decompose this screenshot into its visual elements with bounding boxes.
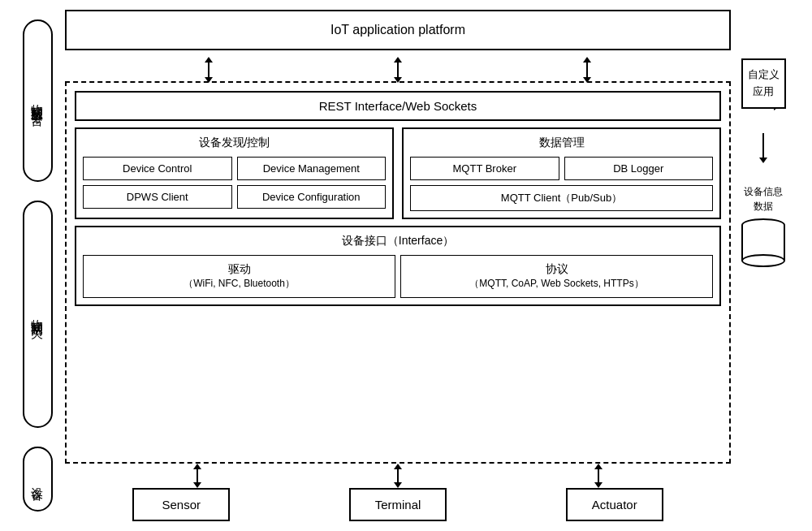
arrow-2 — [394, 57, 402, 83]
protocol-box: 协议 （MQTT, CoAP, Web Sockets, HTTPs） — [400, 255, 713, 298]
rest-interface-box: REST Interface/Web Sockets — [75, 91, 721, 121]
device-interface-box: 设备接口（Interface） 驱动 （WiFi, NFC, Bluetooth… — [75, 226, 721, 306]
arrow-line-actuator — [598, 469, 599, 482]
arrow-3 — [583, 57, 591, 83]
driver-sub-label: （WiFi, NFC, Bluetooth） — [87, 277, 391, 291]
db-logger-box: DB Logger — [564, 157, 714, 180]
right-side: 自定义 应用 设备信息 数据 — [731, 10, 796, 521]
actuator-box: Actuator — [566, 488, 663, 521]
arrow-terminal — [394, 464, 402, 488]
bottom-arrows-row — [65, 464, 731, 488]
mqtt-broker-box: MQTT Broker — [410, 157, 559, 180]
protocol-label: 协议 — [404, 262, 709, 277]
arrow-line-sensor — [197, 469, 198, 482]
db-cylinder — [741, 218, 785, 267]
driver-label: 驱动 — [87, 262, 391, 277]
arrowhead-up-1 — [205, 57, 213, 63]
platform-to-gateway-arrows — [65, 58, 731, 81]
device-label: 设备 — [23, 447, 53, 512]
driver-box: 驱动 （WiFi, NFC, Bluetooth） — [83, 255, 395, 298]
db-arrowhead — [759, 158, 767, 163]
db-container: 设备信息 数据 — [741, 184, 785, 267]
arrow-line-3 — [586, 63, 588, 77]
gateway-box: REST Interface/Web Sockets 设备发现/控制 Devic… — [65, 81, 731, 464]
arrow-line-terminal — [397, 469, 399, 482]
data-management-title: 数据管理 — [410, 136, 713, 150]
arrow-1 — [205, 57, 213, 83]
arrow-sensor — [193, 464, 201, 488]
device-management-box: Device Management — [237, 157, 387, 180]
db-label: 设备信息 数据 — [744, 184, 783, 214]
protocol-sub-label: （MQTT, CoAP, Web Sockets, HTTPs） — [404, 277, 709, 291]
discovery-grid: Device Control Device Management DPWS Cl… — [83, 157, 386, 209]
middle-section: 设备发现/控制 Device Control Device Management… — [75, 127, 721, 219]
left-labels: 物联网服务平台 物联网网关 设备 — [16, 10, 58, 521]
iot-gateway-label: 物联网网关 — [23, 201, 53, 428]
data-mgmt-grid: MQTT Broker DB Logger MQTT Client（Pub/Su… — [410, 157, 713, 211]
terminal-box: Terminal — [349, 488, 447, 521]
iot-service-platform-label: 物联网服务平台 — [23, 19, 53, 182]
device-control-box: Device Control — [83, 157, 232, 180]
arrow-line-2 — [397, 63, 399, 77]
db-bottom-ell — [741, 254, 785, 267]
discovery-title: 设备发现/控制 — [83, 136, 386, 150]
device-configuration-box: Device Configuration — [237, 185, 387, 209]
mqtt-client-box: MQTT Client（Pub/Sub） — [410, 185, 713, 211]
iot-application-platform-label: IoT application platform — [330, 23, 465, 37]
arrowhead-actuator-up — [594, 464, 603, 469]
discovery-box: 设备发现/控制 Device Control Device Management… — [75, 127, 394, 219]
bottom-devices-row: Sensor Terminal Actuator — [65, 488, 731, 521]
data-management-box: 数据管理 MQTT Broker DB Logger MQTT Client（P… — [402, 127, 721, 219]
rest-bar-container: REST Interface/Web Sockets — [75, 91, 721, 121]
arrowhead-actuator-down — [594, 482, 603, 488]
custom-app-box: 自定义 应用 — [741, 58, 786, 109]
main-content: IoT application platform — [65, 10, 731, 521]
db-arrow-line — [762, 133, 764, 158]
arrow-line-1 — [208, 63, 209, 77]
arrowhead-up-2 — [394, 57, 402, 63]
arrowhead-up-3 — [583, 57, 591, 63]
device-interface-title: 设备接口（Interface） — [83, 234, 713, 248]
db-arrow-container — [759, 133, 767, 163]
rest-interface-label: REST Interface/Web Sockets — [319, 99, 477, 113]
iot-application-platform-box: IoT application platform — [65, 10, 731, 50]
arrowhead-sensor-up — [193, 464, 201, 469]
arrowhead-terminal-up — [394, 464, 402, 469]
driver-protocol-grid: 驱动 （WiFi, NFC, Bluetooth） 协议 （MQTT, CoAP… — [83, 255, 713, 298]
dpws-client-box: DPWS Client — [83, 185, 232, 209]
arrowhead-sensor-down — [193, 482, 201, 488]
sensor-box: Sensor — [132, 488, 230, 521]
diagram-wrapper: 物联网服务平台 物联网网关 设备 IoT application platfor… — [16, 10, 796, 521]
arrowhead-terminal-down — [394, 482, 402, 488]
arrow-actuator — [594, 464, 603, 488]
